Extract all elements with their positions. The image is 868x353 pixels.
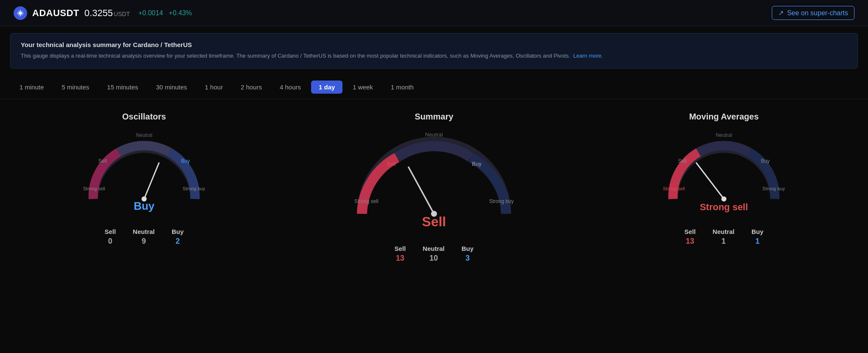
osc-label-buy: Buy <box>181 158 190 164</box>
osc-stat-buy: Buy 2 <box>172 228 184 246</box>
svg-point-9 <box>22 14 22 15</box>
super-charts-label: See on super-charts <box>787 9 848 17</box>
moving-averages-panel: Moving Averages Neutral Sell Buy Strong … <box>605 112 843 246</box>
ma-label-buy: Buy <box>761 158 770 164</box>
sum-stat-buy-label: Buy <box>462 245 473 252</box>
ma-signal: Strong sell <box>700 202 748 213</box>
summary-panel: Summary Neutral Sell Buy Strong sell Str… <box>280 112 588 263</box>
super-charts-icon: ↗ <box>778 9 784 17</box>
summary-signal: Sell <box>422 214 446 230</box>
tab-30minutes[interactable]: 30 minutes <box>148 81 195 94</box>
sum-label-strong-sell: Strong sell <box>354 198 378 204</box>
svg-point-8 <box>18 14 19 15</box>
oscillators-stats: Sell 0 Neutral 9 Buy 2 <box>105 228 184 246</box>
sum-stat-neutral: Neutral 10 <box>423 245 445 263</box>
svg-point-5 <box>22 12 24 14</box>
ma-stat-neutral-value: 1 <box>721 237 726 246</box>
oscillators-gauge: Neutral Sell Buy Strong sell Strong buy … <box>81 130 208 208</box>
osc-stat-sell: Sell 0 <box>105 228 116 246</box>
tab-5minutes[interactable]: 5 minutes <box>54 81 97 94</box>
ticker-info: ADAUSDT 0.3255USDT +0.0014 +0.43% <box>14 6 192 20</box>
banner-title: Your technical analysis summary for Card… <box>21 41 847 48</box>
sum-label-neutral: Neutral <box>425 131 443 138</box>
summary-title: Summary <box>415 112 453 122</box>
ma-label-strong-sell: Strong sell <box>663 186 685 191</box>
ticker-symbol: ADAUSDT <box>32 8 79 19</box>
timeframe-bar: 1 minute 5 minutes 15 minutes 30 minutes… <box>0 75 868 99</box>
sum-stat-neutral-label: Neutral <box>423 245 445 252</box>
tab-1hour[interactable]: 1 hour <box>197 81 231 94</box>
osc-stat-neutral-value: 9 <box>142 237 146 246</box>
ma-label-neutral: Neutral <box>716 132 732 138</box>
svg-point-7 <box>22 11 22 11</box>
oscillators-panel: Oscillators Neutral Sell Buy Strong sell… <box>25 112 263 246</box>
ma-stat-buy: Buy 1 <box>751 228 763 246</box>
ma-stat-buy-value: 1 <box>755 237 760 246</box>
tab-1week[interactable]: 1 week <box>345 81 381 94</box>
svg-line-12 <box>409 167 434 214</box>
ma-stat-sell: Sell 13 <box>684 228 696 246</box>
ma-stat-neutral-label: Neutral <box>712 228 734 235</box>
tab-1minute[interactable]: 1 minute <box>12 81 52 94</box>
summary-svg <box>349 130 519 225</box>
sum-stat-sell-value: 13 <box>396 254 404 263</box>
svg-line-14 <box>696 163 724 199</box>
ticker-unit: USDT <box>114 11 130 17</box>
sum-stat-buy: Buy 3 <box>462 245 473 263</box>
ma-label-strong-buy: Strong buy <box>762 186 785 191</box>
header: ADAUSDT 0.3255USDT +0.0014 +0.43% ↗ See … <box>0 0 868 26</box>
svg-point-15 <box>721 196 726 201</box>
ada-logo-icon <box>14 6 27 20</box>
sum-stat-sell-label: Sell <box>395 245 406 252</box>
summary-stats: Sell 13 Neutral 10 Buy 3 <box>395 245 474 263</box>
osc-stat-sell-label: Sell <box>105 228 116 235</box>
ma-stat-neutral: Neutral 1 <box>712 228 734 246</box>
tab-1month[interactable]: 1 month <box>383 81 421 94</box>
svg-point-4 <box>17 12 19 14</box>
sum-stat-buy-value: 3 <box>465 254 470 263</box>
summary-gauge: Neutral Sell Buy Strong sell Strong buy … <box>349 130 519 225</box>
osc-label-sell: Sell <box>98 158 107 164</box>
osc-stat-buy-label: Buy <box>172 228 184 235</box>
ma-stat-buy-label: Buy <box>751 228 763 235</box>
ma-stat-sell-label: Sell <box>684 228 696 235</box>
svg-point-1 <box>19 11 22 15</box>
osc-stat-sell-value: 0 <box>108 237 112 246</box>
info-banner: Your technical analysis summary for Card… <box>10 33 858 69</box>
sum-label-buy: Buy <box>472 161 481 167</box>
svg-point-6 <box>18 11 19 11</box>
ma-label-sell: Sell <box>678 158 687 164</box>
osc-stat-neutral: Neutral 9 <box>133 228 155 246</box>
ma-svg <box>660 130 787 208</box>
osc-stat-buy-value: 2 <box>175 237 180 246</box>
tab-15minutes[interactable]: 15 minutes <box>100 81 146 94</box>
sum-stat-neutral-value: 10 <box>429 254 438 263</box>
tab-2hours[interactable]: 2 hours <box>233 81 270 94</box>
svg-point-2 <box>20 10 21 11</box>
osc-stat-neutral-label: Neutral <box>133 228 155 235</box>
svg-point-3 <box>20 15 21 16</box>
osc-label-neutral: Neutral <box>136 132 153 138</box>
oscillators-svg <box>81 130 208 208</box>
ticker-price: 0.3255USDT <box>84 8 130 19</box>
ticker-change: +0.0014 +0.43% <box>138 9 192 17</box>
ma-stat-sell-value: 13 <box>686 237 694 246</box>
tab-1day[interactable]: 1 day <box>311 81 342 94</box>
moving-averages-gauge: Neutral Sell Buy Strong sell Strong buy … <box>660 130 787 208</box>
ma-stats: Sell 13 Neutral 1 Buy 1 <box>684 228 764 246</box>
osc-label-strong-sell: Strong sell <box>83 186 105 191</box>
oscillators-title: Oscillators <box>122 112 166 122</box>
svg-line-10 <box>144 163 159 199</box>
sum-stat-sell: Sell 13 <box>395 245 406 263</box>
gauges-section: Oscillators Neutral Sell Buy Strong sell… <box>0 99 868 275</box>
moving-averages-title: Moving Averages <box>689 112 759 122</box>
tab-4hours[interactable]: 4 hours <box>272 81 309 94</box>
sum-label-strong-buy: Strong buy <box>489 198 514 204</box>
sum-label-sell: Sell <box>387 161 396 167</box>
banner-description: This gauge displays a real-time technica… <box>21 52 847 61</box>
super-charts-button[interactable]: ↗ See on super-charts <box>772 6 854 20</box>
learn-more-link[interactable]: Learn more <box>573 53 601 59</box>
oscillators-signal: Buy <box>134 200 154 213</box>
osc-label-strong-buy: Strong buy <box>183 186 205 191</box>
